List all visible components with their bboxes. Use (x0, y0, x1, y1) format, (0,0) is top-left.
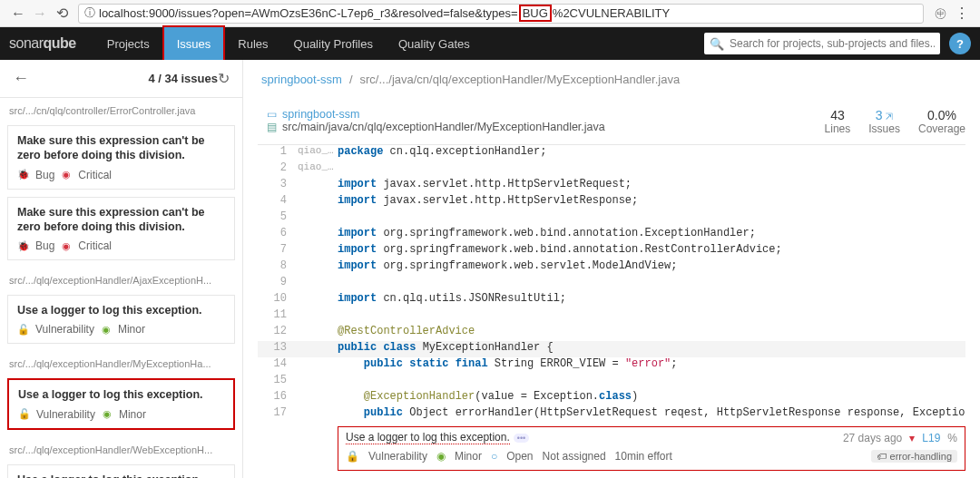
issue-card-type: Vulnerability (35, 323, 94, 336)
forward-button[interactable]: → (29, 3, 51, 24)
issue-age: 27 days ago (843, 432, 902, 444)
issue-effort: 10min effort (615, 450, 672, 463)
code-line: 13public class MyExceptionHandler { (258, 341, 965, 357)
file-project[interactable]: springboot-ssm (282, 108, 359, 121)
logo: sonarqube (9, 35, 76, 52)
line-number: 2 (258, 161, 294, 178)
line-author (294, 325, 338, 341)
issue-card-type: Bug (35, 169, 54, 181)
sidebar-issue-card[interactable]: Use a logger to log this exception.🔓Vuln… (7, 295, 235, 344)
issue-counter: 4 / 34 issues (148, 72, 218, 85)
issue-banner: Use a logger to log this exception. ••• … (338, 426, 965, 471)
permalink-icon[interactable]: % (947, 432, 957, 444)
issue-type[interactable]: Vulnerability (368, 450, 427, 463)
issue-card-type: Vulnerability (36, 408, 95, 421)
severity-icon: ◉ (100, 323, 113, 336)
address-bar[interactable]: ⓘ localhost:9000/issues?open=AWmOzsE36nC… (78, 4, 924, 24)
sidebar-issue-card[interactable]: Use a logger to log this exception.🔓Vuln… (7, 378, 235, 429)
code-line: 3import javax.servlet.http.HttpServletRe… (258, 178, 965, 194)
breadcrumb-path: src/.../java/cn/qlq/exceptionHandler/MyE… (360, 73, 681, 86)
issue-tag[interactable]: 🏷error-handling (871, 450, 957, 463)
issues-sidebar: ← 4 / 34 issues ↻ src/.../cn/qlq/control… (0, 60, 243, 478)
nav-projects[interactable]: Projects (94, 27, 162, 60)
line-number: 5 (258, 210, 294, 227)
issue-severity[interactable]: Minor (455, 450, 482, 463)
line-author: qiao_… (294, 161, 338, 178)
vuln-icon: 🔓 (17, 323, 30, 336)
code-line: 9 (258, 276, 965, 292)
code-line: 14 public static final String ERROR_VIEW… (258, 357, 965, 374)
code-line: 7import org.springframework.web.bind.ann… (258, 243, 965, 259)
nav-rules[interactable]: Rules (225, 27, 280, 60)
issue-card-title: Use a logger to log this exception. (17, 473, 225, 479)
line-author (294, 357, 338, 374)
code-line: 16 @ExceptionHandler(value = Exception.c… (258, 390, 965, 406)
line-number: 16 (258, 390, 294, 406)
issue-line[interactable]: L19 (922, 432, 940, 444)
global-search[interactable]: 🔍 (704, 33, 940, 54)
back-arrow[interactable]: ← (13, 69, 29, 88)
code-line: 11 (258, 308, 965, 325)
issue-card-severity: Critical (78, 239, 112, 252)
sidebar-issue-card[interactable]: Make sure this expression can't be zero … (7, 197, 235, 261)
stat-issues[interactable]: 3 Issues (868, 108, 900, 135)
line-number: 4 (258, 194, 294, 210)
nav-quality-profiles[interactable]: Quality Profiles (281, 27, 386, 60)
translate-icon[interactable]: ㊥ (929, 3, 951, 24)
app-topbar: sonarqube Projects Issues Rules Quality … (0, 27, 980, 60)
line-author (294, 259, 338, 276)
issue-actions-pill[interactable]: ••• (514, 434, 529, 443)
menu-button[interactable]: ⋮ (951, 3, 973, 24)
url-text: localhost:9000/issues?open=AWmOzsE36nC-L… (99, 5, 670, 22)
sidebar-file-group[interactable]: src/.../qlq/exceptionHandler/MyException… (0, 351, 242, 375)
code-line: 1qiao_…package cn.qlq.exceptionHandler; (258, 145, 965, 161)
line-number: 7 (258, 243, 294, 259)
sidebar-issue-card[interactable]: Use a logger to log this exception.🔓Vuln… (7, 464, 235, 479)
vuln-icon: 🔓 (18, 408, 31, 421)
issue-card-title: Use a logger to log this exception. (17, 303, 225, 317)
line-number: 12 (258, 325, 294, 341)
code-line: 5 (258, 210, 965, 227)
project-icon: ▭ (267, 108, 277, 121)
nav-quality-gates[interactable]: Quality Gates (386, 27, 483, 60)
reload-button[interactable]: ⟲ (51, 3, 73, 24)
help-button[interactable]: ? (949, 33, 971, 54)
issue-card-severity: Minor (118, 323, 145, 336)
line-number: 13 (258, 341, 294, 357)
line-author (294, 390, 338, 406)
bug-icon: 🐞 (17, 169, 30, 181)
tag-icon: 🏷 (877, 451, 887, 462)
file-path: src/main/java/cn/qlq/exceptionHandler/My… (282, 121, 605, 133)
line-number: 9 (258, 276, 294, 292)
line-number: 10 (258, 292, 294, 308)
issue-assign[interactable]: Not assigned (543, 450, 606, 463)
nav-issues[interactable]: Issues (164, 27, 224, 60)
code-line: 17 public Object errorHandler(HttpServle… (258, 406, 965, 421)
source-viewer[interactable]: 1qiao_…package cn.qlq.exceptionHandler;2… (258, 145, 965, 421)
issue-status[interactable]: Open (506, 450, 533, 463)
issue-age-indicator: ▾ (909, 432, 915, 444)
code-line: 6import org.springframework.web.bind.ann… (258, 227, 965, 243)
line-author (294, 276, 338, 292)
line-author (294, 341, 338, 357)
issue-card-title: Make sure this expression can't be zero … (17, 133, 225, 163)
sidebar-file-group[interactable]: src/.../qlq/exceptionHandler/WebExceptio… (0, 437, 242, 461)
site-info-icon: ⓘ (84, 5, 95, 21)
back-button[interactable]: ← (7, 3, 29, 24)
line-author (294, 178, 338, 194)
sidebar-issue-card[interactable]: Make sure this expression can't be zero … (7, 125, 235, 190)
sidebar-file-group[interactable]: src/.../qlq/exceptionHandler/AjaxExcepti… (0, 268, 242, 291)
line-number: 15 (258, 374, 294, 390)
sidebar-file-group[interactable]: src/.../cn/qlq/controller/ErrorControlle… (0, 98, 242, 122)
search-input[interactable] (730, 37, 935, 50)
code-line: 8import org.springframework.web.servlet.… (258, 259, 965, 276)
issue-message[interactable]: Use a logger to log this exception. (346, 431, 510, 444)
code-line: 4import javax.servlet.http.HttpServletRe… (258, 194, 965, 210)
line-author (294, 308, 338, 325)
lock-icon: 🔒 (346, 450, 359, 463)
line-number: 1 (258, 145, 294, 161)
line-number: 6 (258, 227, 294, 243)
breadcrumb: springboot-ssm / src/.../java/cn/qlq/exc… (243, 60, 980, 99)
reload-icon[interactable]: ↻ (218, 70, 230, 87)
breadcrumb-project[interactable]: springboot-ssm (261, 73, 342, 86)
